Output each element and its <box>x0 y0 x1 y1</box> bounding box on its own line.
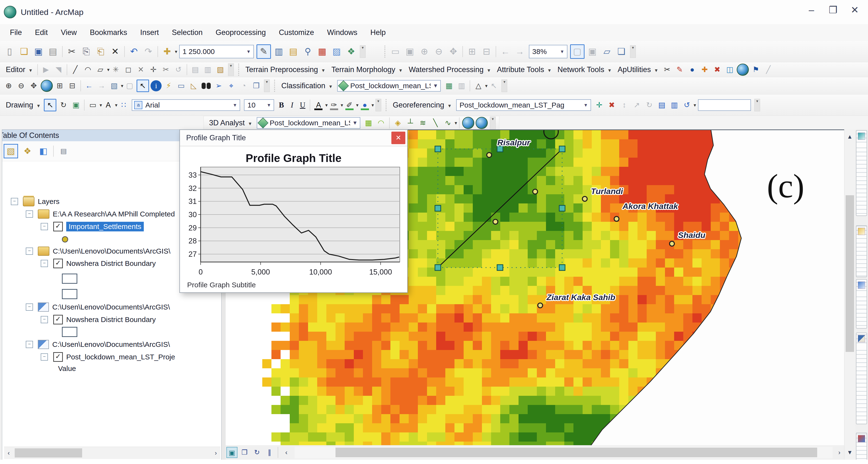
toolbar-options-icon[interactable]: ▾ <box>630 45 636 58</box>
bold-button[interactable]: B <box>276 100 287 110</box>
rect-symbol[interactable] <box>62 327 77 337</box>
layer-label[interactable]: Post_lockdown_mean_LST_Proje <box>66 353 175 361</box>
modelbuilder-icon[interactable]: ❖ <box>345 45 358 58</box>
docked-window-tab[interactable] <box>856 130 867 216</box>
cut-polygon-icon[interactable]: ✂ <box>160 64 172 75</box>
link-table-icon[interactable]: ▥ <box>669 99 680 111</box>
settlement-point[interactable] <box>487 152 492 157</box>
undo-icon[interactable]: ↶ <box>127 45 141 58</box>
collapse-icon[interactable]: − <box>26 248 33 255</box>
settlement-point[interactable] <box>533 189 537 194</box>
toc-horizontal-scrollbar[interactable]: ‹ › <box>4 447 220 459</box>
select-box-icon[interactable]: ◻ <box>123 64 134 75</box>
chevron-down-icon[interactable]: ▼ <box>350 120 360 126</box>
sketch-arc-icon[interactable]: ◠ <box>82 64 93 75</box>
halo-color-icon[interactable]: ✑ <box>329 99 340 111</box>
collapse-icon[interactable]: − <box>41 316 48 323</box>
menu-edit[interactable]: Edit <box>28 28 54 37</box>
picture-icon[interactable]: ▣ <box>70 99 82 111</box>
settlement-point[interactable] <box>538 303 542 308</box>
layer-label[interactable]: C:\Usen\Lenovo\Documents\ArcGIS\ <box>52 303 170 311</box>
arctoolbox-icon[interactable]: ▦ <box>316 45 329 58</box>
font-combo[interactable]: aArial▾ <box>132 99 240 111</box>
profile-line[interactable] <box>439 150 561 267</box>
toolbar-options-icon[interactable]: ▾ <box>228 63 234 76</box>
select-elements-icon[interactable]: ↖ <box>136 80 149 92</box>
menu-windows[interactable]: Windows <box>320 28 364 37</box>
histogram-icon[interactable]: ▥ <box>456 80 467 91</box>
list-by-visibility-icon[interactable]: ◧ <box>37 145 50 157</box>
sketch-polygon-icon[interactable]: ▱ <box>95 64 106 75</box>
layer-visibility-checkbox[interactable]: ✓ <box>53 222 63 231</box>
layout-fixed-zoom-out-icon[interactable]: ⊟ <box>480 45 493 58</box>
viewer-window-icon[interactable]: ❐ <box>251 80 262 91</box>
watershed-processing-menu[interactable]: Watershed Processing ▾ <box>405 65 494 74</box>
focus-data-frame-icon[interactable]: ▣ <box>586 45 599 58</box>
layer-visibility-checkbox[interactable]: ✓ <box>53 315 63 324</box>
settlement-point[interactable] <box>582 197 587 201</box>
layer-visibility-checkbox[interactable]: ✓ <box>53 259 63 268</box>
toggle-draft-mode-icon[interactable]: ▢ <box>570 45 585 59</box>
analyst3d-layer-combo[interactable]: Post_lockdown_mean_LST▼ <box>257 117 360 129</box>
chevron-down-icon[interactable]: ▾ <box>99 102 102 108</box>
minimize-button[interactable]: – <box>801 1 822 18</box>
assign-terrain-icon[interactable]: ✚ <box>699 64 710 75</box>
midpoint-icon[interactable]: ✳ <box>110 64 121 75</box>
list-by-drawing-order-icon[interactable]: ▧ <box>4 144 18 158</box>
layout-zoom-out-icon[interactable]: ⊖ <box>432 45 445 58</box>
rectangle-tool-icon[interactable]: ▭ <box>87 99 98 111</box>
layer-label[interactable]: C:\Usen\Lenovo\Documents\ArcGIS\ <box>53 247 170 255</box>
image-analysis-icon[interactable]: ▦ <box>443 80 455 91</box>
fixed-zoom-in-icon[interactable]: ⊞ <box>54 80 65 91</box>
layer-label[interactable]: Nowshera District Boundary <box>66 316 156 324</box>
go-to-xy-icon[interactable]: ⌖ <box>226 80 237 91</box>
save-icon[interactable]: ▣ <box>32 45 45 58</box>
menu-bookmarks[interactable]: Bookmarks <box>83 28 134 37</box>
layer-label[interactable]: Layers <box>38 197 60 206</box>
split-tool-icon[interactable]: ✕ <box>135 64 147 75</box>
clear-selection-icon[interactable]: ▢ <box>124 80 135 91</box>
data-view-button[interactable]: ▣ <box>226 447 238 458</box>
steepest-path-icon[interactable]: ┴ <box>405 117 416 128</box>
time-slider-icon[interactable]: ◔ <box>238 80 249 91</box>
select-features-icon[interactable]: ▧ <box>108 80 120 91</box>
line-color-icon[interactable]: ✐ <box>344 99 355 111</box>
collapse-icon[interactable]: − <box>41 223 48 230</box>
measure-icon[interactable]: ◺ <box>188 80 199 91</box>
delete-links-icon[interactable]: ✖ <box>606 99 617 111</box>
rect-symbol[interactable] <box>62 289 77 299</box>
collapse-icon[interactable]: − <box>26 303 33 311</box>
edit-annotation-icon[interactable]: ◥ <box>53 64 64 75</box>
edit-vertices-icon[interactable]: ∷ <box>118 99 129 111</box>
dialog-title-bar[interactable]: Profile Graph Title ✕ <box>180 130 407 146</box>
arcscene-icon[interactable] <box>462 117 474 129</box>
rotate-raster-icon[interactable]: ↻ <box>644 99 655 111</box>
rotate-element-icon[interactable]: ↻ <box>58 99 69 111</box>
collapse-icon[interactable]: − <box>41 353 48 360</box>
sketch-line-icon[interactable]: ╱ <box>70 64 81 75</box>
chevron-down-icon[interactable]: ▾ <box>175 49 177 55</box>
map-vertical-scrollbar[interactable]: ▲ ▼ <box>844 129 855 460</box>
marker-color-icon[interactable]: ● <box>359 99 370 111</box>
zoom-whole-page-icon[interactable]: ▭ <box>389 45 402 58</box>
layout-zoom-combo[interactable]: 38%▾ <box>529 45 567 58</box>
map-horizontal-scrollbar[interactable] <box>294 447 833 458</box>
redo-icon[interactable]: ↷ <box>142 45 155 58</box>
interpolate-shape-icon[interactable]: ◠ <box>375 117 386 128</box>
drawing-menu[interactable]: Drawing ▾ <box>2 101 43 110</box>
selection-handle[interactable] <box>497 265 503 270</box>
chevron-down-icon[interactable]: ▾ <box>107 67 110 72</box>
html-popup-icon[interactable]: ▭ <box>176 80 187 91</box>
arcglobe-icon[interactable] <box>476 117 488 129</box>
docked-window-tab[interactable] <box>856 279 867 328</box>
chevron-down-icon[interactable]: ▾ <box>557 49 567 55</box>
python-window-icon[interactable]: ▨ <box>330 45 343 58</box>
layer-visibility-checkbox[interactable]: ✓ <box>53 352 63 362</box>
aputilities-menu[interactable]: ApUtilities ▾ <box>614 65 661 74</box>
restore-button[interactable]: ❐ <box>822 1 844 18</box>
add-data-icon[interactable]: ✚ <box>161 45 174 58</box>
menu-file[interactable]: File <box>3 28 28 37</box>
chevron-down-icon[interactable]: ▾ <box>121 83 123 89</box>
classification-menu[interactable]: Classification ▾ <box>278 82 335 90</box>
collapse-icon[interactable]: − <box>26 341 33 348</box>
